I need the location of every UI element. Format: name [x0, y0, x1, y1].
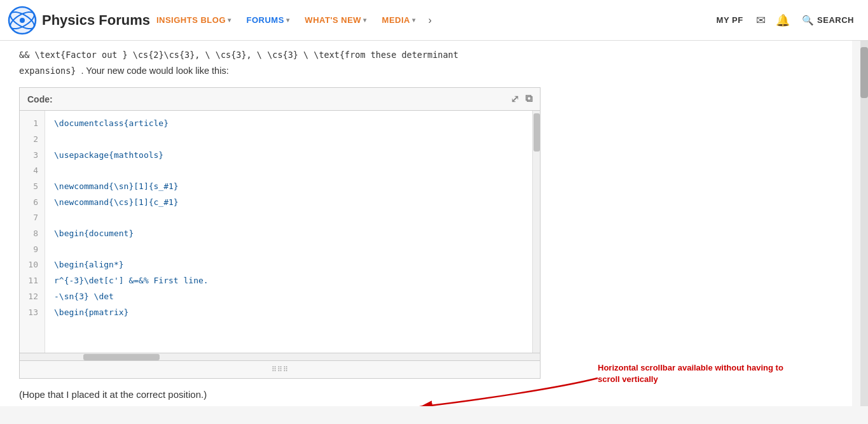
code-line-6: \newcommand{\cs}[1]{c_#1} [54, 197, 179, 207]
bell-icon[interactable]: 🔔 [774, 11, 792, 29]
code-line-12: -\sn{3} \det [54, 292, 114, 301]
code-vertical-scrollbar[interactable] [532, 111, 540, 353]
more-nav[interactable]: › [424, 10, 435, 31]
scrollbar-annotation-text: Horizontal scrollbar available without h… [598, 362, 795, 385]
main-content: && \text{Factor out } \cs{2}\cs{3}, \ \c… [0, 41, 852, 406]
code-horizontal-scrollbar-thumb[interactable] [83, 354, 160, 360]
code-line-2 [54, 134, 59, 144]
nav-links: INSIGHTS BLOG ▾ FORUMS ▾ WHAT'S NEW ▾ ME… [150, 10, 712, 31]
forums-nav[interactable]: FORUMS ▾ [240, 10, 296, 30]
code-line-1: \documentclass{article} [54, 118, 169, 128]
code-line-3: \usepackage{mathtools} [54, 150, 163, 160]
svg-point-3 [20, 18, 25, 23]
code-line-8: \begin{document} [54, 229, 134, 238]
expand-icon[interactable]: ⤢ [511, 93, 519, 105]
code-line-13: \begin{pmatrix} [54, 307, 128, 317]
logo-icon [8, 6, 37, 35]
forums-chevron-icon: ▾ [286, 17, 290, 24]
top-text-line1: && \text{Factor out } \cs{2}\cs{3}, \ \c… [19, 50, 458, 60]
my-pf-button[interactable]: MY PF [712, 11, 748, 29]
line-numbers: 1 2 3 4 5 6 7 8 9 10 11 12 13 [20, 111, 45, 353]
scrollbar-thumb[interactable] [860, 47, 868, 98]
bottom-text: (Hope that I placed it at the correct po… [19, 389, 827, 400]
logo-area: Physics Forums [8, 6, 150, 35]
copy-icon[interactable]: ⧉ [525, 93, 532, 105]
resize-handle[interactable]: ⠿⠿⠿ [272, 365, 289, 374]
code-line-4 [54, 166, 59, 175]
insights-blog-nav[interactable]: INSIGHTS BLOG ▾ [150, 10, 238, 30]
whats-new-chevron-icon: ▾ [363, 17, 367, 24]
whats-new-nav[interactable]: WHAT'S NEW ▾ [298, 10, 373, 30]
top-text-line2: expansions} [19, 66, 81, 76]
code-body: 1 2 3 4 5 6 7 8 9 10 11 12 13 \documentc… [20, 111, 540, 353]
media-nav[interactable]: MEDIA ▾ [376, 10, 422, 30]
insights-chevron-icon: ▾ [228, 17, 231, 24]
code-line-11: r^{-3}\det[c'] &=&% First line. [54, 276, 209, 285]
code-line-10: \begin{align*} [54, 260, 124, 269]
code-header: Code: ⤢ ⧉ [20, 88, 540, 111]
code-footer: ⠿⠿⠿ [20, 360, 540, 378]
code-header-icons: ⤢ ⧉ [511, 93, 532, 105]
search-icon: 🔍 [802, 15, 815, 26]
mail-icon[interactable]: ✉ [752, 11, 770, 29]
search-button[interactable]: 🔍 SEARCH [796, 11, 860, 30]
code-block: Code: ⤢ ⧉ 1 2 3 4 5 6 7 8 9 10 [19, 87, 541, 379]
site-name: Physics Forums [42, 12, 150, 29]
top-description: && \text{Factor out } \cs{2}\cs{3}, \ \c… [19, 47, 827, 78]
code-lines: \documentclass{article} \usepackage{math… [45, 111, 532, 353]
code-line-5: \newcommand{\sn}[1]{s_#1} [54, 181, 179, 191]
nav-right: MY PF ✉ 🔔 🔍 SEARCH [712, 11, 860, 30]
code-line-9 [54, 244, 59, 254]
navbar: Physics Forums INSIGHTS BLOG ▾ FORUMS ▾ … [0, 0, 868, 41]
media-chevron-icon: ▾ [412, 17, 416, 24]
code-label: Code: [27, 94, 53, 104]
code-scrollbar-thumb[interactable] [534, 113, 540, 152]
page-scrollbar[interactable] [860, 41, 868, 406]
code-line-7 [54, 213, 59, 222]
code-horizontal-scrollbar-track[interactable] [20, 353, 540, 360]
